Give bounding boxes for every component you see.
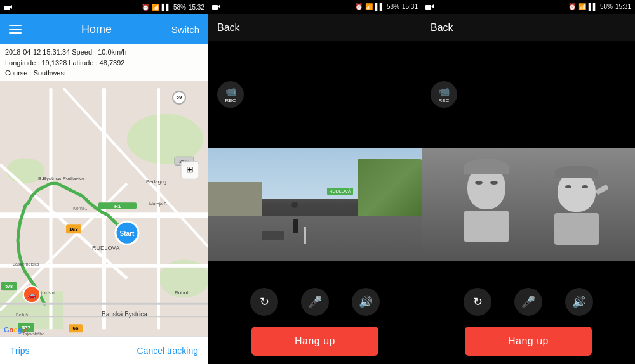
battery-label-2: 58%	[387, 3, 399, 10]
svg-marker-47	[218, 4, 220, 8]
svg-text:Laskomerská: Laskomerská	[13, 262, 39, 266]
map-bottom-bar: Trips Cancel tracking	[0, 336, 208, 364]
video-top-2: 📹 REC	[208, 41, 422, 148]
svg-rect-0	[4, 6, 10, 10]
rotate-icon-2: ↻	[260, 295, 269, 309]
call-panel-interior: ⏰📶▌▌ 58% 15:31 Back 📹 REC	[422, 0, 635, 364]
speaker-icon-3: 🔊	[572, 295, 586, 309]
mic-button-3[interactable]: 🎤	[514, 288, 542, 316]
speed-badge: 59	[172, 91, 186, 105]
mic-icon-2: 🎤	[308, 295, 322, 309]
call-header-2: Back	[208, 14, 422, 42]
rec-button-2[interactable]: 📹 REC	[217, 81, 244, 108]
back-button-3[interactable]: Back	[431, 22, 453, 34]
video-top-3: 📹 REC	[422, 41, 635, 148]
google-logo: Google	[4, 326, 28, 334]
dashcam-scene-2: RUDLOVÁ	[208, 148, 422, 261]
map-panel: ⏰ 📶 ▌▌ 58% 15:32 Home Switch 2018-04-12 …	[0, 0, 208, 364]
app-header: Home Switch	[0, 14, 208, 44]
speaker-button-2[interactable]: 🔊	[352, 288, 380, 316]
interior-video-3	[422, 148, 635, 261]
speaker-button-3[interactable]: 🔊	[565, 288, 593, 316]
hangup-bar-3: Hang up	[422, 324, 635, 364]
hangup-bar-2: Hang up	[208, 324, 422, 364]
rec-camera-icon-3: 📹	[439, 86, 450, 96]
svg-marker-1	[10, 5, 12, 9]
map-status-bar: ⏰ 📶 ▌▌ 58% 15:32	[0, 0, 208, 14]
svg-text:Banská Bystrica: Banská Bystrica	[102, 311, 147, 318]
svg-text:🚗: 🚗	[27, 290, 37, 299]
call-status-left-3	[425, 3, 434, 11]
rec-camera-icon-2: 📹	[225, 86, 236, 96]
call-controls-2: ↻ 🎤 🔊	[208, 280, 422, 323]
svg-text:66: 66	[73, 325, 79, 331]
camera-icon-3	[425, 3, 434, 10]
info-line1: 2018-04-12 15:31:34 Speed : 10.0km/h	[5, 47, 203, 58]
svg-text:⊞: ⊞	[186, 164, 194, 174]
call-status-bar-3: ⏰📶▌▌ 58% 15:31	[422, 0, 635, 14]
svg-rect-48	[425, 5, 431, 10]
info-line2: Longitude : 19,1328 Latitude : 48,7392	[5, 58, 203, 68]
time-label-3: 15:31	[615, 3, 631, 10]
hangup-button-2[interactable]: Hang up	[251, 327, 378, 356]
svg-text:163: 163	[69, 226, 78, 232]
time-label-2: 15:31	[402, 3, 418, 10]
video-bottom-3	[422, 261, 635, 280]
svg-text:Robot: Robot	[175, 290, 189, 296]
interior-scene-3	[422, 148, 635, 261]
call-header-3: Back	[422, 14, 635, 42]
svg-text:Belluš: Belluš	[16, 313, 29, 317]
status-bar-right: ⏰ 📶 ▌▌ 58% 15:32	[142, 4, 204, 11]
speaker-icon-2: 🔊	[359, 295, 373, 309]
call-status-right-3: ⏰📶▌▌ 58% 15:31	[568, 3, 631, 10]
dashcam-video-2: RUDLOVÁ	[208, 148, 422, 261]
map-info-bar: 2018-04-12 15:31:34 Speed : 10.0km/h Lon…	[0, 44, 208, 81]
svg-text:Pedagog: Pedagog	[146, 179, 166, 185]
svg-text:B.Bystrica-Podlavice: B.Bystrica-Podlavice	[38, 176, 85, 181]
rec-label-2: REC	[225, 98, 236, 103]
alarm-icon: ⏰	[142, 4, 149, 11]
call-controls-3: ↻ 🎤 🔊	[422, 280, 635, 323]
map-area[interactable]: R1 B.Bystrica-Podlavice Pedagog RUDLOVÁ …	[0, 81, 208, 337]
hamburger-line-3	[9, 32, 22, 34]
call-status-bar-2: ⏰📶▌▌ 58% 15:31	[208, 0, 422, 14]
svg-text:RUDLOVÁ: RUDLOVÁ	[92, 245, 120, 251]
status-bar-left	[4, 4, 13, 10]
wifi-icon: 📶	[152, 4, 159, 11]
info-line3: Course : Southwest	[5, 68, 203, 79]
rotate-icon-3: ↻	[473, 295, 483, 309]
svg-rect-46	[212, 5, 218, 10]
battery-label-3: 58%	[600, 3, 613, 10]
camera-icon	[4, 4, 13, 10]
trips-button[interactable]: Trips	[10, 346, 30, 356]
hamburger-line-1	[9, 25, 22, 26]
hamburger-line-2	[9, 29, 22, 30]
time-label: 15:32	[189, 4, 204, 11]
battery-label: 58%	[173, 4, 186, 11]
mic-button-2[interactable]: 🎤	[301, 288, 329, 316]
switch-button[interactable]: Switch	[171, 24, 199, 35]
app-title: Home	[81, 23, 112, 36]
video-bottom-2	[208, 261, 422, 280]
svg-text:R1: R1	[114, 204, 121, 209]
signal-icon: ▌▌	[162, 4, 171, 11]
svg-text:578: 578	[5, 284, 13, 289]
cancel-tracking-button[interactable]: Cancel tracking	[137, 346, 199, 356]
svg-text:Korne...: Korne...	[73, 206, 89, 211]
rec-label-3: REC	[439, 98, 450, 103]
back-button-2[interactable]: Back	[217, 22, 240, 34]
map-svg: R1 B.Bystrica-Podlavice Pedagog RUDLOVÁ …	[0, 81, 208, 337]
rotate-button-3[interactable]: ↻	[464, 288, 491, 316]
rec-button-3[interactable]: 📹 REC	[431, 81, 457, 108]
hangup-button-3[interactable]: Hang up	[465, 327, 592, 356]
call-status-right-2: ⏰📶▌▌ 58% 15:31	[355, 3, 418, 10]
mic-icon-3: 🎤	[521, 295, 535, 309]
call-panel-front: ⏰📶▌▌ 58% 15:31 Back 📹 REC RUDLOVÁ	[208, 0, 422, 364]
svg-text:Start: Start	[120, 230, 135, 237]
rotate-button-2[interactable]: ↻	[250, 288, 278, 316]
svg-text:Mateja B: Mateja B	[149, 202, 167, 207]
svg-marker-49	[431, 4, 434, 8]
hamburger-menu[interactable]	[9, 25, 22, 34]
call-status-left-2	[212, 3, 221, 11]
camera-icon-2	[212, 3, 221, 10]
